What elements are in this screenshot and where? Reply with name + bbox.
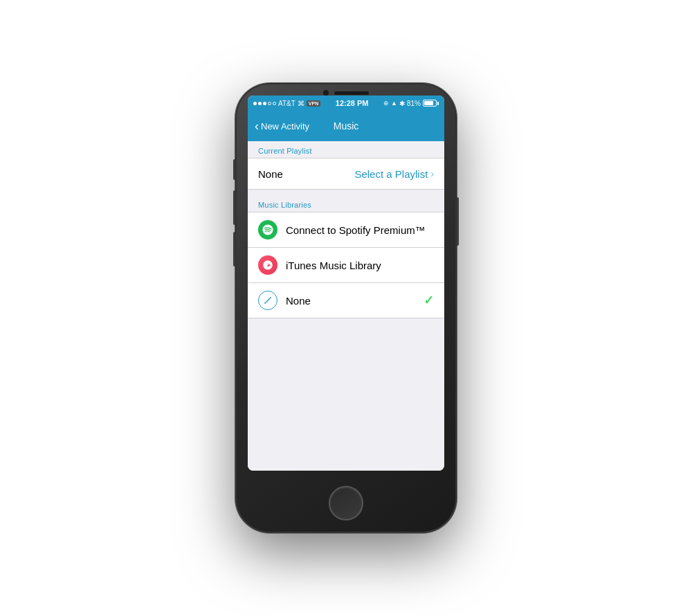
selected-checkmark: ✓ xyxy=(424,293,434,308)
nav-title: Music xyxy=(334,120,359,132)
signal-dot-1 xyxy=(253,102,257,105)
bluetooth-icon: ✱ xyxy=(399,100,405,107)
phone-device: AT&T ⌘ VPN 12:28 PM ⊕ ▲ ✱ 81% xyxy=(235,83,457,533)
music-libraries-header: Music Libraries xyxy=(248,195,444,212)
volume-up-button[interactable] xyxy=(233,190,235,225)
phone-top-bar xyxy=(323,90,369,96)
home-button[interactable] xyxy=(329,486,363,520)
itunes-icon xyxy=(258,255,277,275)
carrier-signal xyxy=(253,102,276,105)
empty-content-area xyxy=(248,318,444,471)
svg-line-1 xyxy=(264,297,271,303)
phone-shell: AT&T ⌘ VPN 12:28 PM ⊕ ▲ ✱ 81% xyxy=(235,83,457,533)
signal-dot-2 xyxy=(258,102,262,105)
current-playlist-row[interactable]: None Select a Playlist › xyxy=(248,158,444,189)
music-libraries-group: Connect to Spotify Premium™ iTunes Music… xyxy=(248,212,444,318)
back-label: New Activity xyxy=(261,121,309,132)
list-item[interactable]: Connect to Spotify Premium™ xyxy=(248,212,444,248)
spotify-label: Connect to Spotify Premium™ xyxy=(286,224,434,236)
status-right: ⊕ ▲ ✱ 81% xyxy=(383,100,439,107)
earpiece-speaker xyxy=(334,91,369,95)
chevron-right-icon: › xyxy=(430,168,434,179)
itunes-label: iTunes Music Library xyxy=(286,260,434,271)
phone-screen: AT&T ⌘ VPN 12:28 PM ⊕ ▲ ✱ 81% xyxy=(248,96,444,471)
battery-tip xyxy=(437,102,439,105)
gps-icon: ▲ xyxy=(391,100,397,107)
status-time: 12:28 PM xyxy=(336,99,369,107)
none-icon xyxy=(258,291,277,310)
battery-body xyxy=(423,100,437,107)
battery-icon xyxy=(423,100,439,107)
mute-button[interactable] xyxy=(233,159,235,180)
none-label: None xyxy=(286,295,424,307)
signal-dot-3 xyxy=(263,102,266,105)
current-playlist-value: None xyxy=(258,168,283,180)
battery-fill xyxy=(424,101,433,105)
battery-percent: 81% xyxy=(407,100,421,107)
carrier-name: AT&T xyxy=(278,100,295,107)
select-playlist-label: Select a Playlist xyxy=(354,168,428,180)
vpn-badge: VPN xyxy=(307,100,320,107)
list-item[interactable]: iTunes Music Library xyxy=(248,248,444,283)
status-bar: AT&T ⌘ VPN 12:28 PM ⊕ ▲ ✱ 81% xyxy=(248,96,444,111)
wifi-icon: ⌘ xyxy=(298,100,304,107)
power-button[interactable] xyxy=(457,197,459,246)
spotify-icon xyxy=(258,220,277,239)
select-playlist-action[interactable]: Select a Playlist › xyxy=(354,168,434,180)
back-arrow-icon: ‹ xyxy=(255,119,259,134)
back-button[interactable]: ‹ New Activity xyxy=(255,119,310,134)
navigation-bar: ‹ New Activity Music xyxy=(248,111,444,141)
status-left: AT&T ⌘ VPN xyxy=(253,100,320,107)
signal-dot-4 xyxy=(268,102,271,105)
volume-down-button[interactable] xyxy=(233,232,235,266)
current-playlist-group: None Select a Playlist › xyxy=(248,158,444,190)
svg-point-0 xyxy=(266,266,268,269)
front-camera xyxy=(323,90,329,96)
location-icon: ⊕ xyxy=(383,100,389,107)
list-item[interactable]: None ✓ xyxy=(248,283,444,318)
current-playlist-header: Current Playlist xyxy=(248,141,444,158)
signal-dot-5 xyxy=(273,102,276,105)
screen-content: Current Playlist None Select a Playlist … xyxy=(248,141,444,471)
